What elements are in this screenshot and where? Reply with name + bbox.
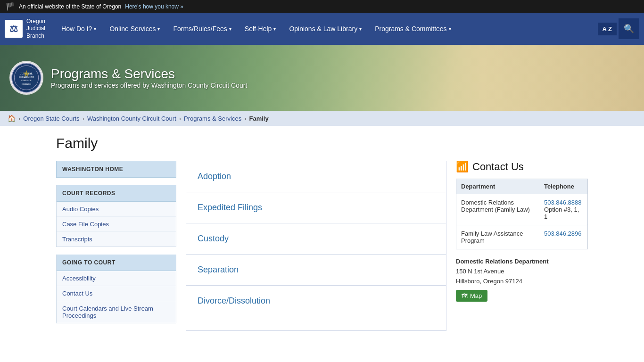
logo-icon: ⚖ <box>5 20 23 38</box>
dept-family-law: Family Law Assistance Program <box>456 225 539 249</box>
how-to-know-link[interactable]: Here's how you know » <box>125 3 183 10</box>
home-icon: 🏠 <box>8 115 16 122</box>
contact-panel: 📶 Contact Us Department Telephone Domest… <box>456 161 588 331</box>
breadcrumb-oregon-courts[interactable]: Oregon State Courts <box>23 115 79 122</box>
address-street: 150 N 1st Avenue <box>456 268 504 275</box>
sidebar-heading-going-to-court: GOING TO COURT <box>57 255 176 271</box>
link-adoption[interactable]: Adoption <box>186 161 446 192</box>
content-grid: WASHINGTON HOME COURT RECORDS Audio Copi… <box>56 161 588 331</box>
nav-item-programs[interactable]: Programs & Committees ▾ <box>368 13 457 45</box>
svg-text:OREGON: OREGON <box>22 83 32 85</box>
contact-address: Domestic Relations Department 150 N 1st … <box>456 257 588 302</box>
flag-icon: 🏴 <box>6 2 15 11</box>
tel-link-domestic[interactable]: 503.846.8888 <box>544 199 582 206</box>
seal: JUDICIAL DEPARTMENT STATE OF OREGON <box>9 61 43 95</box>
nav-item-opinions[interactable]: Opinions & Law Library ▾ <box>282 13 368 45</box>
nav-item-how-do-i[interactable]: How Do I? ▾ <box>55 13 103 45</box>
contact-table: Department Telephone Domestic Relations … <box>456 179 588 249</box>
tel-option: Option #3, 1, 1 <box>544 206 579 220</box>
sidebar-link-audio-copies[interactable]: Audio Copies <box>57 202 176 217</box>
table-row: Domestic Relations Department (Family La… <box>456 194 588 225</box>
tel-family-law: 503.846.2896 <box>539 225 588 249</box>
sidebar-heading-court-records: COURT RECORDS <box>57 185 176 202</box>
map-label: Map <box>470 292 482 299</box>
chevron-down-icon: ▾ <box>359 26 362 32</box>
chevron-down-icon: ▾ <box>449 26 451 32</box>
breadcrumb: 🏠 › Oregon State Courts › Washington Cou… <box>0 111 644 126</box>
logo-text: Oregon Judicial Branch <box>26 18 45 40</box>
search-button[interactable]: 🔍 <box>619 18 639 39</box>
breadcrumb-current: Family <box>249 115 269 122</box>
link-separation[interactable]: Separation <box>186 255 446 286</box>
address-city: Hillsboro, Oregon 97124 <box>456 278 522 285</box>
seal-svg: JUDICIAL DEPARTMENT STATE OF OREGON <box>11 62 42 94</box>
top-banner: 🏴 An official website of the State of Or… <box>0 0 644 13</box>
nav-right: A Z 🔍 <box>598 18 639 39</box>
contact-header: 📶 Contact Us <box>456 161 588 173</box>
hero-banner: JUDICIAL DEPARTMENT STATE OF OREGON Prog… <box>0 45 644 111</box>
chevron-down-icon: ▾ <box>157 26 160 32</box>
main-nav: ⚖ Oregon Judicial Branch How Do I? ▾ Onl… <box>0 13 644 45</box>
address-name: Domestic Relations Department <box>456 257 588 267</box>
table-row: Family Law Assistance Program 503.846.28… <box>456 225 588 249</box>
sidebar-court-records: COURT RECORDS Audio Copies Case File Cop… <box>56 185 176 247</box>
nav-logo[interactable]: ⚖ Oregon Judicial Branch <box>5 18 45 40</box>
chevron-down-icon: ▾ <box>94 26 96 32</box>
sidebar-item-washington-home[interactable]: WASHINGTON HOME <box>56 161 176 178</box>
link-divorce[interactable]: Divorce/Dissolution <box>186 286 446 316</box>
nav-item-self-help[interactable]: Self-Help ▾ <box>238 13 283 45</box>
contact-title: Contact Us <box>472 161 524 173</box>
translate-button[interactable]: A Z <box>598 23 617 35</box>
sidebar-link-accessibility[interactable]: Accessibility <box>57 271 176 286</box>
official-text: An official website of the State of Oreg… <box>19 3 121 10</box>
sidebar-link-transcripts[interactable]: Transcripts <box>57 232 176 247</box>
nav-menu: How Do I? ▾ Online Services ▾ Forms/Rule… <box>55 13 598 45</box>
table-header-telephone: Telephone <box>539 179 588 194</box>
dept-domestic-relations: Domestic Relations Department (Family La… <box>456 194 539 225</box>
table-header-department: Department <box>456 179 539 194</box>
bar-chart-icon: 📶 <box>456 161 469 173</box>
hero-text: Programs & Services Programs and service… <box>51 66 247 89</box>
breadcrumb-programs[interactable]: Programs & Services <box>184 115 241 122</box>
page-content: Family WASHINGTON HOME COURT RECORDS Aud… <box>49 126 595 340</box>
sidebar-link-case-file-copies[interactable]: Case File Copies <box>57 217 176 232</box>
hero-title: Programs & Services <box>51 66 247 82</box>
chevron-down-icon: ▾ <box>273 26 276 32</box>
map-button[interactable]: 🗺 Map <box>456 290 487 302</box>
sidebar-link-court-calendars[interactable]: Court Calendars and Live Stream Proceedi… <box>57 301 176 323</box>
nav-item-online-services[interactable]: Online Services ▾ <box>103 13 166 45</box>
tel-link-family[interactable]: 503.846.2896 <box>544 230 582 237</box>
chevron-down-icon: ▾ <box>229 26 231 32</box>
search-icon: 🔍 <box>624 24 634 34</box>
sidebar: WASHINGTON HOME COURT RECORDS Audio Copi… <box>56 161 176 331</box>
nav-item-forms[interactable]: Forms/Rules/Fees ▾ <box>166 13 238 45</box>
main-links-list: Adoption Expedited Filings Custody Separ… <box>186 161 446 331</box>
svg-text:STATE OF: STATE OF <box>21 79 32 82</box>
sidebar-going-to-court: GOING TO COURT Accessibility Contact Us … <box>56 255 176 323</box>
link-custody[interactable]: Custody <box>186 223 446 255</box>
breadcrumb-washington-county[interactable]: Washington County Circuit Court <box>87 115 176 122</box>
hero-subtitle: Programs and services offered by Washing… <box>51 82 247 89</box>
map-icon: 🗺 <box>462 292 468 299</box>
svg-text:DEPARTMENT: DEPARTMENT <box>19 76 34 78</box>
link-expedited-filings[interactable]: Expedited Filings <box>186 192 446 223</box>
tel-domestic-relations: 503.846.8888 Option #3, 1, 1 <box>539 194 588 225</box>
page-title: Family <box>56 135 588 151</box>
sidebar-link-contact-us[interactable]: Contact Us <box>57 286 176 301</box>
